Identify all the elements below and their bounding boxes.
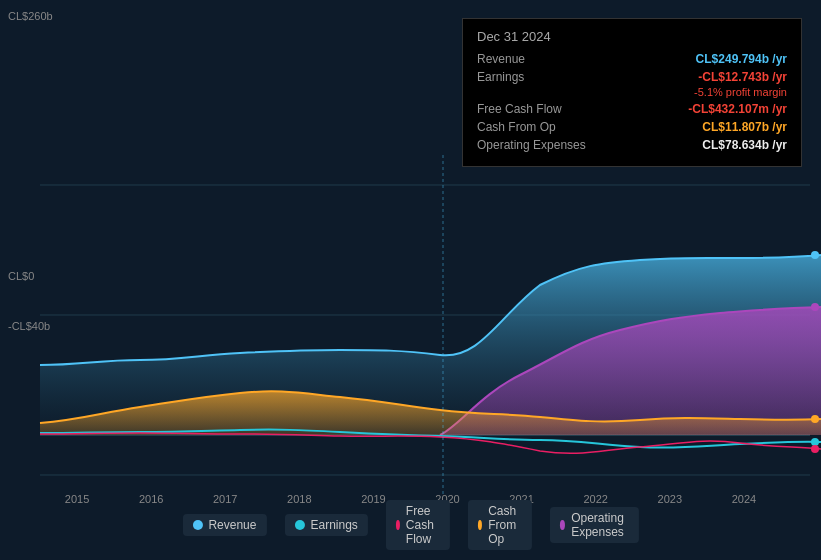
tooltip-label-cashfromop: Cash From Op <box>477 120 556 134</box>
tooltip-row-cashfromop: Cash From Op CL$11.807b /yr <box>477 120 787 134</box>
tooltip-box: Dec 31 2024 Revenue CL$249.794b /yr Earn… <box>462 18 802 167</box>
tooltip-title: Dec 31 2024 <box>477 29 787 44</box>
legend-dot-fcf <box>396 520 400 530</box>
tooltip-val-fcf: -CL$432.107m /yr <box>688 102 787 116</box>
legend-label-revenue: Revenue <box>208 518 256 532</box>
x-label-2023: 2023 <box>658 493 682 505</box>
tooltip-label-revenue: Revenue <box>477 52 525 66</box>
profit-margin-label: -5.1% profit margin <box>477 86 787 98</box>
x-label-2024: 2024 <box>732 493 756 505</box>
tooltip-val-earnings: -CL$12.743b /yr <box>698 70 787 84</box>
cashfromop-end-dot <box>811 415 819 423</box>
chart-legend: Revenue Earnings Free Cash Flow Cash Fro… <box>182 500 638 550</box>
legend-dot-revenue <box>192 520 202 530</box>
y-label-top: CL$260b <box>8 10 53 22</box>
legend-dot-earnings <box>294 520 304 530</box>
tooltip-label-opex: Operating Expenses <box>477 138 586 152</box>
legend-dot-opex <box>560 520 565 530</box>
legend-item-revenue[interactable]: Revenue <box>182 514 266 536</box>
tooltip-val-cashfromop: CL$11.807b /yr <box>702 120 787 134</box>
legend-item-cashfromop[interactable]: Cash From Op <box>468 500 532 550</box>
tooltip-label-earnings: Earnings <box>477 70 524 84</box>
legend-label-earnings: Earnings <box>310 518 357 532</box>
legend-dot-cashfromop <box>478 520 482 530</box>
tooltip-val-opex: CL$78.634b /yr <box>702 138 787 152</box>
fcf-line <box>40 433 821 453</box>
legend-item-earnings[interactable]: Earnings <box>284 514 367 536</box>
tooltip-row-revenue: Revenue CL$249.794b /yr <box>477 52 787 66</box>
tooltip-row-earnings: Earnings -CL$12.743b /yr <box>477 70 787 84</box>
tooltip-row-opex: Operating Expenses CL$78.634b /yr <box>477 138 787 152</box>
opex-end-dot <box>811 303 819 311</box>
tooltip-row-fcf: Free Cash Flow -CL$432.107m /yr <box>477 102 787 116</box>
legend-label-fcf: Free Cash Flow <box>406 504 440 546</box>
y-label-neg: -CL$40b <box>8 320 50 332</box>
y-label-zero: CL$0 <box>8 270 34 282</box>
fcf-end-dot <box>811 445 819 453</box>
legend-label-cashfromop: Cash From Op <box>488 504 522 546</box>
legend-item-opex[interactable]: Operating Expenses <box>550 507 639 543</box>
x-label-2015: 2015 <box>65 493 89 505</box>
tooltip-val-revenue: CL$249.794b /yr <box>696 52 787 66</box>
tooltip-label-fcf: Free Cash Flow <box>477 102 562 116</box>
legend-item-fcf[interactable]: Free Cash Flow <box>386 500 450 550</box>
earnings-end-dot <box>811 438 819 446</box>
revenue-end-dot <box>811 251 819 259</box>
legend-label-opex: Operating Expenses <box>571 511 628 539</box>
x-label-2016: 2016 <box>139 493 163 505</box>
